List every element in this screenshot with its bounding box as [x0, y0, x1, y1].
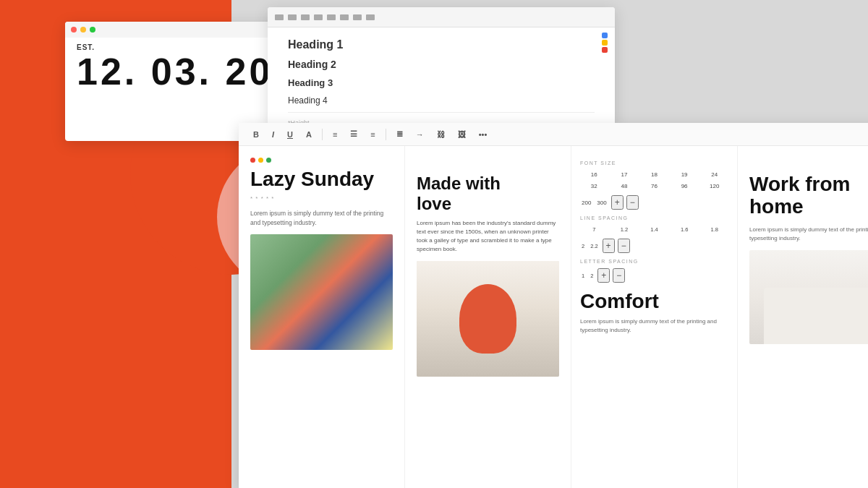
font-size-minus[interactable]: − — [626, 195, 639, 210]
main-toolbar: B I U A ≡ ☰ ≡ ≣ → ⛓ 🖼 ••• — [239, 123, 868, 146]
heading-1-item[interactable]: Heading 1 — [282, 35, 600, 55]
lazy-sunday-lorem: Lorem ipsum is simply dummy text of the … — [250, 209, 393, 228]
font-size-18[interactable]: 18 — [640, 170, 668, 179]
panel-made-with-love: Made withlove Lorem ipsum has been the i… — [405, 146, 571, 488]
toolbar-icon-7 — [353, 14, 362, 20]
font-size-17[interactable]: 17 — [610, 170, 639, 179]
lazy-sunday-image — [250, 234, 393, 350]
font-size-48[interactable]: 48 — [610, 181, 639, 191]
panel-lazy-sunday: Lazy Sunday * * * * * Lorem ipsum is sim… — [239, 146, 405, 488]
close-dot — [71, 27, 77, 33]
corner-dot-red — [602, 47, 608, 53]
panel-font-controls: FONT SIZE 16 17 18 19 24 32 48 76 96 120… — [571, 146, 738, 488]
bold-button[interactable]: B — [250, 129, 262, 140]
toolbar-icon-2 — [288, 14, 297, 20]
panel1-titlebar — [250, 158, 393, 163]
line-spacing-22[interactable]: 2.2 — [589, 239, 599, 253]
lazy-sunday-subtitle: * * * * * — [250, 195, 393, 202]
made-with-love-title: Made withlove — [417, 174, 559, 213]
line-spacing-2[interactable]: 2 — [580, 239, 586, 253]
line-spacing-7[interactable]: 7 — [580, 225, 608, 234]
toolbar-icon-8 — [366, 14, 375, 20]
line-spacing-12[interactable]: 1.2 — [610, 225, 639, 234]
font-size-label: FONT SIZE — [580, 160, 728, 166]
line-spacing-minus[interactable]: − — [618, 239, 630, 253]
line-spacing-18[interactable]: 1.8 — [700, 225, 728, 234]
heading-4-item[interactable]: Heading 4 — [282, 92, 600, 109]
heading-3-item[interactable]: Heading 3 — [282, 74, 600, 92]
list-button[interactable]: ≣ — [393, 128, 406, 140]
heading-card: Heading 1 Heading 2 Heading 3 Heading 4 … — [268, 7, 615, 127]
font-size-96[interactable]: 96 — [671, 181, 699, 191]
maximize-dot — [90, 27, 95, 33]
font-size-300[interactable]: 300 — [595, 195, 608, 210]
font-size-19[interactable]: 19 — [671, 170, 699, 179]
separator-2 — [386, 129, 386, 140]
font-size-plus[interactable]: + — [611, 195, 624, 210]
line-spacing-label: LINE SPACING — [580, 215, 728, 221]
toolbar-icon-5 — [327, 14, 336, 20]
font-size-200[interactable]: 200 — [580, 195, 592, 210]
align-left-button[interactable]: ≡ — [330, 129, 340, 140]
underline-button[interactable]: U — [284, 129, 296, 140]
more-button[interactable]: ••• — [476, 129, 490, 140]
font-size-76[interactable]: 76 — [640, 181, 668, 191]
image-button[interactable]: 🖼 — [455, 129, 469, 140]
line-spacing-16[interactable]: 1.6 — [671, 225, 699, 234]
lazy-sunday-photo — [250, 234, 393, 350]
toolbar-icon-3 — [301, 14, 310, 20]
p1-dot-green — [266, 158, 271, 163]
line-spacing-grid: 7 1.2 1.4 1.6 1.8 — [580, 225, 728, 234]
color-button[interactable]: A — [303, 129, 315, 140]
heading-2-item[interactable]: Heading 2 — [282, 55, 600, 74]
letter-spacing-plus[interactable]: + — [597, 268, 610, 283]
align-center-button[interactable]: ☰ — [347, 128, 360, 140]
work-from-home-image — [749, 250, 868, 344]
p1-dot-yellow — [258, 158, 263, 163]
letter-spacing-1[interactable]: 1 — [580, 268, 586, 283]
toolbar-icon-1 — [275, 14, 284, 20]
indent-button[interactable]: → — [413, 129, 427, 140]
font-size-16[interactable]: 16 — [580, 170, 608, 179]
heading-separator — [288, 112, 595, 113]
font-size-grid: 16 17 18 19 24 32 48 76 96 120 — [580, 170, 728, 191]
letter-spacing-2[interactable]: 2 — [589, 268, 595, 283]
line-spacing-14[interactable]: 1.4 — [640, 225, 668, 234]
heading-dropdown: Heading 1 Heading 2 Heading 3 Heading 4 … — [268, 27, 615, 127]
corner-dots — [602, 33, 608, 53]
main-content-grid: Lazy Sunday * * * * * Lorem ipsum is sim… — [239, 146, 868, 488]
made-with-love-lorem: Lorem ipsum has been the industry's stan… — [417, 219, 559, 254]
italic-button[interactable]: I — [269, 129, 277, 140]
link-button[interactable]: ⛓ — [434, 129, 448, 140]
heading-toolbar — [268, 7, 615, 27]
letter-spacing-label: LETTER SPACING — [580, 259, 728, 264]
line-spacing-plus[interactable]: + — [603, 239, 615, 253]
lazy-sunday-title: Lazy Sunday — [250, 168, 393, 191]
work-from-home-photo — [749, 250, 868, 344]
corner-dot-yellow — [602, 40, 608, 46]
font-size-32[interactable]: 32 — [580, 181, 608, 191]
font-size-120[interactable]: 120 — [700, 181, 728, 191]
work-from-home-lorem: Lorem ipsum is simply dummy text of the … — [749, 226, 868, 243]
separator-1 — [322, 129, 323, 140]
main-card: B I U A ≡ ☰ ≡ ≣ → ⛓ 🖼 ••• Lazy Sunday * … — [239, 123, 868, 488]
made-with-love-image — [417, 261, 559, 377]
minimize-dot — [80, 27, 86, 33]
comfort-lorem: Lorem ipsum is simply dummy text of the … — [580, 317, 728, 335]
letter-spacing-minus[interactable]: − — [613, 268, 625, 283]
comfort-title: Comfort — [580, 290, 728, 313]
align-right-button[interactable]: ≡ — [367, 129, 378, 140]
p1-dot-red — [250, 158, 255, 163]
toolbar-icon-6 — [340, 14, 349, 20]
work-from-home-title: Work fromhome — [749, 174, 868, 218]
font-size-24[interactable]: 24 — [700, 170, 728, 179]
panel-work-from-home: Work fromhome Lorem ipsum is simply dumm… — [738, 146, 868, 488]
toolbar-icon-4 — [314, 14, 323, 20]
made-with-love-photo — [417, 261, 559, 377]
corner-dot-blue — [602, 33, 608, 38]
